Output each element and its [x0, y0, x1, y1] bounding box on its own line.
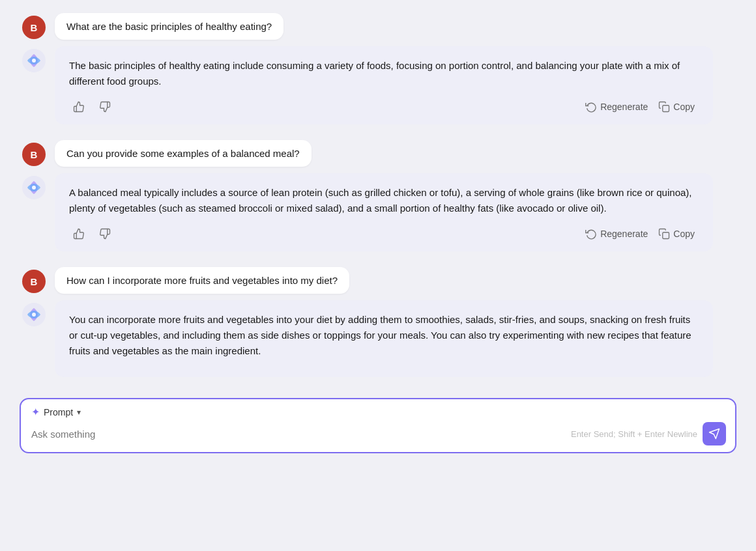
send-button[interactable] — [703, 422, 726, 445]
input-hint: Enter Send; Shift + Enter Newline — [571, 429, 697, 439]
user-bubble-2: Can you provide some examples of a balan… — [55, 140, 312, 167]
ai-actions-1: Regenerate Copy — [69, 98, 699, 115]
copy-icon-2 — [658, 228, 670, 240]
svg-point-4 — [32, 313, 36, 317]
send-icon — [708, 428, 720, 440]
user-avatar-1: B — [22, 16, 46, 39]
thumbs-down-icon-2 — [99, 228, 111, 240]
ai-logo-icon-2 — [25, 179, 42, 196]
user-bubble-1: What are the basic principles of healthy… — [55, 13, 284, 40]
prompt-label: Prompt — [44, 407, 73, 417]
ai-text-1: The basic principles of healthy eating i… — [69, 58, 699, 89]
ai-logo-icon-3 — [25, 306, 42, 323]
ai-avatar-1 — [22, 49, 46, 72]
svg-point-2 — [32, 186, 36, 190]
copy-label-2: Copy — [673, 229, 695, 239]
user-avatar-2: B — [22, 143, 46, 166]
user-avatar-3: B — [22, 270, 46, 293]
ai-copy-regen-1: Regenerate Copy — [581, 98, 699, 115]
thumbs-down-button-1[interactable] — [95, 98, 115, 115]
user-message-1: B What are the basic principles of healt… — [20, 13, 736, 40]
ai-message-3: You can incorporate more fruits and vege… — [20, 300, 736, 377]
copy-button-2[interactable]: Copy — [654, 225, 699, 242]
ai-message-2: A balanced meal typically includes a sou… — [20, 173, 736, 251]
regenerate-label-1: Regenerate — [600, 102, 648, 112]
input-area: ✦ Prompt ▾ Enter Send; Shift + Enter New… — [20, 398, 736, 453]
ai-thumbs-1 — [69, 98, 115, 115]
ai-text-2: A balanced meal typically includes a sou… — [69, 185, 699, 216]
ai-actions-2: Regenerate Copy — [69, 225, 699, 242]
copy-icon — [658, 101, 670, 113]
thumbs-up-icon — [73, 101, 85, 113]
regenerate-label-2: Regenerate — [600, 229, 648, 239]
thumbs-up-button-1[interactable] — [69, 98, 89, 115]
ask-input[interactable] — [31, 426, 566, 442]
svg-rect-3 — [663, 233, 669, 239]
copy-button-1[interactable]: Copy — [654, 98, 699, 115]
ai-avatar-3 — [22, 303, 46, 326]
sparkle-icon: ✦ — [31, 406, 40, 418]
ai-logo-icon — [25, 52, 42, 69]
user-message-2: B Can you provide some examples of a bal… — [20, 140, 736, 167]
regenerate-icon-2 — [585, 228, 597, 240]
ai-bubble-2: A balanced meal typically includes a sou… — [55, 173, 713, 251]
ai-bubble-1: The basic principles of healthy eating i… — [55, 46, 713, 124]
input-top-row: ✦ Prompt ▾ — [31, 406, 726, 418]
user-message-3: B How can I incorporate more fruits and … — [20, 267, 736, 294]
regenerate-button-1[interactable]: Regenerate — [581, 98, 652, 115]
thumbs-up-button-2[interactable] — [69, 225, 89, 242]
ai-text-3: You can incorporate more fruits and vege… — [69, 312, 699, 359]
input-main-row: Enter Send; Shift + Enter Newline — [31, 422, 726, 445]
regenerate-icon — [585, 101, 597, 113]
chat-container: B What are the basic principles of healt… — [20, 13, 736, 453]
copy-label-1: Copy — [673, 102, 695, 112]
ai-thumbs-2 — [69, 225, 115, 242]
prompt-chevron[interactable]: ▾ — [77, 408, 81, 417]
thumbs-down-icon — [99, 101, 111, 113]
ai-copy-regen-2: Regenerate Copy — [581, 225, 699, 242]
user-bubble-3: How can I incorporate more fruits and ve… — [55, 267, 349, 294]
thumbs-up-icon-2 — [73, 228, 85, 240]
ai-avatar-2 — [22, 176, 46, 199]
ai-bubble-3: You can incorporate more fruits and vege… — [55, 300, 713, 377]
svg-point-0 — [32, 59, 36, 63]
regenerate-button-2[interactable]: Regenerate — [581, 225, 652, 242]
ai-message-1: The basic principles of healthy eating i… — [20, 46, 736, 124]
svg-rect-1 — [663, 106, 669, 112]
thumbs-down-button-2[interactable] — [95, 225, 115, 242]
